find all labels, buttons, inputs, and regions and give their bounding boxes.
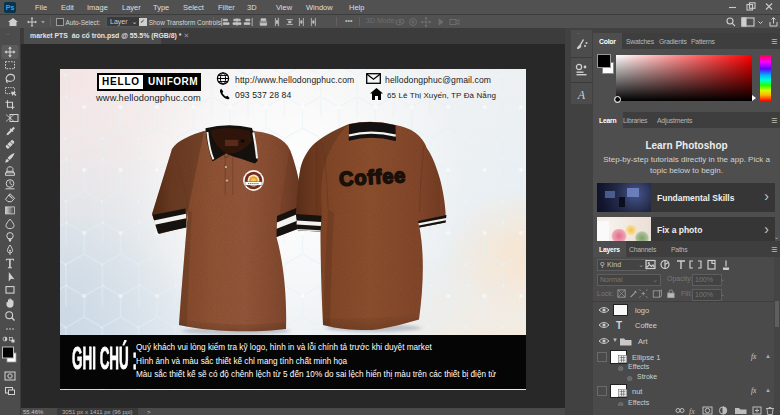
svg-text:..: .. [6,30,10,36]
svg-text:fx: fx [689,407,695,415]
svg-text:Coffee: Coffee [338,164,406,190]
